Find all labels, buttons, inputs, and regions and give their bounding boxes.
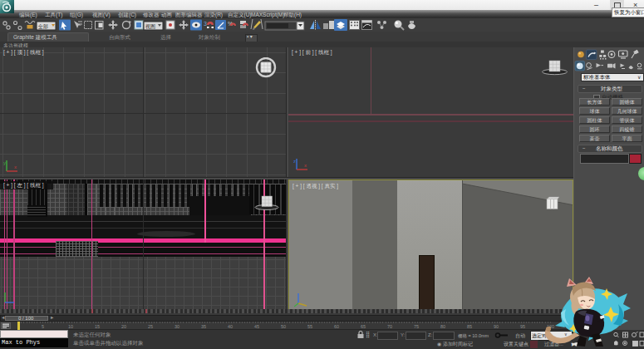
svg-text:视图: 视图 (145, 23, 155, 30)
svg-text:x: x (14, 165, 17, 170)
svg-text:3: 3 (204, 21, 207, 27)
svg-text:y: y (3, 160, 6, 165)
svg-text:x: x (304, 163, 307, 168)
svg-text:z: z (293, 159, 296, 164)
svg-text:全部: 全部 (37, 23, 48, 30)
